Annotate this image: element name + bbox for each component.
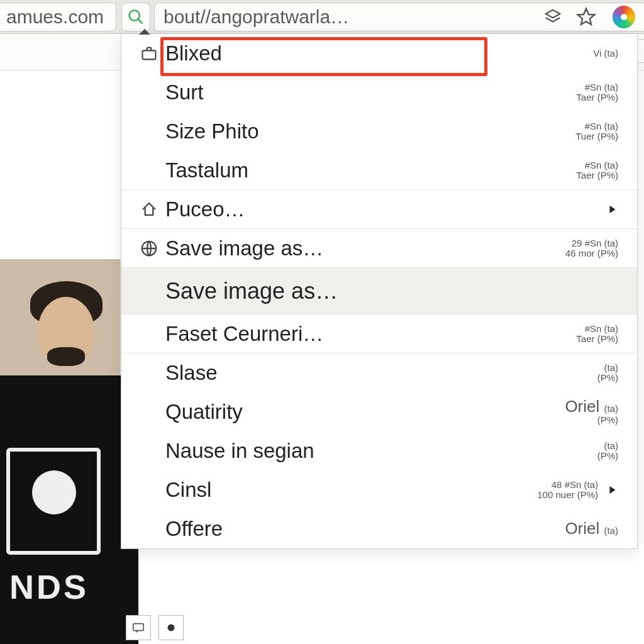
menu-item-meta: Oriel (ta) xyxy=(565,520,618,537)
menu-item-label: Save image as… xyxy=(163,236,565,260)
svg-marker-2 xyxy=(578,8,595,24)
search-icon xyxy=(127,8,145,26)
menu-item-label: Faset Ceurneri… xyxy=(163,322,576,346)
menu-item-label: Tastalum xyxy=(163,158,576,182)
svg-rect-3 xyxy=(143,50,156,59)
menu-item-blixed[interactable]: Blixed Vi (ta) xyxy=(121,34,637,73)
menu-item-label: Surt xyxy=(163,80,576,104)
svg-line-1 xyxy=(138,19,143,23)
address-segment-left[interactable]: amues.com xyxy=(0,3,116,31)
menu-item-label: Puceo… xyxy=(163,197,598,221)
menu-item-save-image-1[interactable]: Save image as… 29 #Sn (ta) 46 mor (P%) xyxy=(121,229,637,268)
menu-item-meta: #Sn (ta) Taer (P%) xyxy=(576,82,618,103)
browser-chrome: amues.com bout//angopratwarla… xyxy=(0,0,644,34)
menu-item-quatirity[interactable]: Quatirity Oriel (ta)(P%) xyxy=(121,392,637,431)
record-icon[interactable] xyxy=(158,615,184,640)
menu-item-label: Offere xyxy=(163,517,565,541)
menu-pointer-icon xyxy=(139,29,150,35)
svg-point-0 xyxy=(130,10,140,20)
menu-item-meta: Vi (ta) xyxy=(593,48,618,58)
address-segment-right[interactable]: bout//angopratwarla… xyxy=(154,3,644,31)
menu-item-meta: (ta) (P%) xyxy=(597,363,618,383)
menu-item-puceo[interactable]: Puceo… xyxy=(121,190,637,229)
menu-item-tastalum[interactable]: Tastalum #Sn (ta) Taer (P%) xyxy=(121,151,637,190)
menu-item-offere[interactable]: Offere Oriel (ta) xyxy=(121,509,637,548)
menu-item-label: Size Phito xyxy=(163,119,575,143)
menu-item-label: Save image as… xyxy=(163,278,618,304)
star-icon[interactable] xyxy=(576,7,596,27)
menu-item-meta: Oriel (ta)(P%) xyxy=(565,398,618,425)
address-left-text: amues.com xyxy=(6,6,104,28)
menu-item-meta: #Sn (ta) Taer (P%) xyxy=(576,160,618,180)
bottom-toolbar xyxy=(126,615,184,640)
menu-item-meta: 29 #Sn (ta) 46 mor (P%) xyxy=(565,238,618,258)
context-menu: Blixed Vi (ta) Surt #Sn (ta) Taer (P%) S… xyxy=(121,34,638,549)
svg-point-8 xyxy=(168,625,175,631)
home-up-icon xyxy=(135,200,163,219)
menu-item-meta: (ta) (P%) xyxy=(597,441,618,461)
search-button[interactable] xyxy=(121,3,150,31)
layers-icon[interactable] xyxy=(543,8,562,26)
menu-item-size-phito[interactable]: Size Phito #Sn (ta) Tuer (P%) xyxy=(121,112,637,151)
chat-icon[interactable] xyxy=(126,615,151,640)
menu-item-meta: #Sn (ta) Tuer (P%) xyxy=(575,121,618,142)
extension-flower-icon[interactable] xyxy=(613,6,635,28)
menu-item-label: Quatirity xyxy=(163,400,565,424)
menu-item-slase[interactable]: Slase (ta) (P%) xyxy=(121,353,637,392)
content-photo[interactable]: NDS xyxy=(0,259,121,644)
menu-item-label: Cinsl xyxy=(163,478,537,502)
menu-item-meta: #Sn (ta) Taer (P%) xyxy=(576,324,618,344)
menu-item-nause[interactable]: Nause in segian (ta) (P%) xyxy=(121,431,637,470)
menu-item-label: Blixed xyxy=(163,42,593,65)
address-right-text: bout//angopratwarla… xyxy=(164,6,543,28)
svg-marker-6 xyxy=(610,486,616,494)
menu-item-label: Nause in segian xyxy=(163,439,597,463)
svg-marker-4 xyxy=(610,206,616,213)
menu-item-surt[interactable]: Surt #Sn (ta) Taer (P%) xyxy=(121,73,637,112)
shirt-text: NDS xyxy=(9,567,89,606)
address-actions xyxy=(543,7,596,27)
globe-icon xyxy=(135,239,163,258)
chevron-right-icon xyxy=(607,201,618,218)
menu-item-faset[interactable]: Faset Ceurneri… #Sn (ta) Taer (P%) xyxy=(121,314,637,353)
menu-item-meta: 48 #Sn (ta) 100 nuer (P%) xyxy=(537,480,598,500)
menu-item-cinsl[interactable]: Cinsl 48 #Sn (ta) 100 nuer (P%) xyxy=(121,470,637,509)
chevron-right-icon xyxy=(607,481,618,499)
svg-rect-7 xyxy=(133,624,144,631)
briefcase-icon xyxy=(135,45,163,62)
menu-item-save-image-2[interactable]: Save image as… xyxy=(121,268,637,314)
menu-item-label: Slase xyxy=(163,361,597,385)
